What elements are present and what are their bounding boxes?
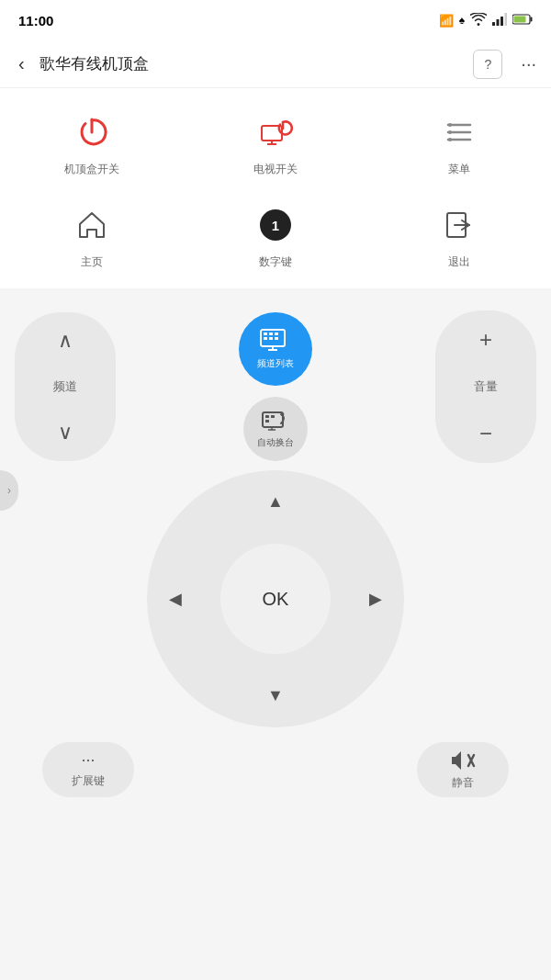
main-content: 机顶盒开关 电视开关: [0, 88, 551, 812]
volume-label: 音量: [474, 378, 498, 395]
power-label: 机顶盒开关: [64, 162, 119, 177]
svg-point-15: [448, 138, 452, 141]
status-bar: 11:00 📶 ♠: [0, 0, 551, 40]
status-icons: 📶 ♠: [439, 13, 533, 28]
home-icon-wrap: [70, 203, 114, 247]
tv-power-button[interactable]: 电视开关: [184, 96, 367, 188]
numkey-icon-wrap: 1: [253, 203, 298, 247]
more-button[interactable]: ···: [521, 53, 536, 74]
bottom-row: ··· 扩展键 静音: [15, 742, 536, 797]
dpad-ok-label: OK: [263, 589, 289, 610]
channel-list-label: 频道列表: [257, 357, 294, 370]
svg-rect-22: [264, 337, 267, 340]
quick-buttons-grid: 机顶盒开关 电视开关: [0, 88, 551, 288]
power-button[interactable]: 机顶盒开关: [0, 96, 184, 188]
home-label: 主页: [81, 254, 103, 270]
battery-icon: [512, 14, 533, 28]
svg-rect-19: [264, 332, 267, 335]
svg-rect-5: [531, 17, 533, 21]
help-button[interactable]: ?: [473, 50, 502, 79]
menu-icon-wrap: [437, 110, 481, 154]
svg-rect-1: [497, 19, 500, 26]
channel-up-button[interactable]: ∧: [58, 329, 73, 353]
mute-icon: [450, 749, 476, 772]
svg-rect-27: [263, 412, 283, 427]
expand-label: 扩展键: [72, 773, 105, 789]
home-button[interactable]: 主页: [0, 188, 184, 281]
side-expand-arrow-icon: ›: [7, 484, 11, 497]
power-icon-wrap: [70, 110, 114, 154]
svg-rect-0: [492, 22, 495, 26]
volume-up-button[interactable]: +: [479, 327, 492, 353]
mute-button[interactable]: 静音: [417, 742, 509, 797]
tv-power-label: 电视开关: [253, 162, 298, 177]
dpad-outer: ▲ ◀ OK ▶ ▼: [147, 470, 404, 727]
back-button[interactable]: ‹: [15, 50, 28, 78]
status-time: 11:00: [18, 13, 53, 28]
svg-point-13: [448, 123, 452, 127]
svg-rect-29: [271, 415, 275, 418]
channel-volume-row: ∧ 频道 ∨: [15, 310, 536, 463]
exit-icon-wrap: [437, 203, 481, 247]
numkey-button[interactable]: 1 数字键: [184, 188, 367, 281]
svg-rect-6: [514, 16, 526, 22]
dpad-section: ▲ ◀ OK ▶ ▼: [15, 470, 536, 727]
signal-icon: [492, 13, 507, 28]
auto-switch-button[interactable]: 自动换台: [243, 397, 308, 461]
channel-label: 频道: [53, 378, 77, 395]
dpad-ok-button[interactable]: OK: [220, 544, 331, 654]
svg-point-14: [448, 130, 452, 134]
svg-rect-23: [269, 337, 273, 340]
exit-label: 退出: [448, 254, 470, 270]
dpad-right-button[interactable]: ▶: [369, 589, 382, 609]
numkey-label: 数字键: [259, 254, 292, 270]
menu-label: 菜单: [448, 162, 470, 177]
menu-button[interactable]: 菜单: [367, 96, 551, 188]
center-controls: 频道列表 自动换台: [127, 312, 424, 461]
svg-rect-28: [265, 415, 269, 418]
volume-down-button[interactable]: −: [479, 421, 492, 446]
channel-pill[interactable]: ∧ 频道 ∨: [15, 312, 116, 461]
middle-section: ∧ 频道 ∨: [0, 296, 551, 812]
svg-rect-2: [500, 17, 503, 26]
numkey-badge: 1: [260, 209, 291, 241]
dpad-down-button[interactable]: ▼: [267, 686, 284, 705]
header: ‹ 歌华有线机顶盒 ? ···: [0, 40, 551, 88]
expand-button[interactable]: ··· 扩展键: [42, 742, 134, 797]
svg-rect-20: [269, 332, 273, 335]
page-title: 歌华有线机顶盒: [39, 53, 463, 74]
more-dots-icon: ···: [81, 750, 95, 770]
dpad-up-button[interactable]: ▲: [267, 492, 284, 512]
channel-down-button[interactable]: ∨: [58, 421, 73, 445]
svg-rect-21: [275, 332, 278, 335]
svg-rect-24: [275, 337, 278, 340]
exit-button[interactable]: 退出: [367, 188, 551, 281]
dpad-left-button[interactable]: ◀: [169, 589, 182, 609]
bluetooth-icon2: ♠: [459, 14, 465, 27]
tv-power-icon-wrap: [253, 110, 298, 154]
svg-rect-30: [265, 420, 269, 422]
mute-label: 静音: [452, 775, 474, 791]
volume-pill[interactable]: + 音量 −: [435, 310, 536, 463]
wifi-icon: [470, 13, 487, 28]
bluetooth-icon: 📶: [439, 14, 454, 28]
channel-list-button[interactable]: 频道列表: [239, 312, 312, 386]
auto-switch-label: 自动换台: [257, 436, 294, 449]
svg-rect-3: [505, 13, 508, 26]
